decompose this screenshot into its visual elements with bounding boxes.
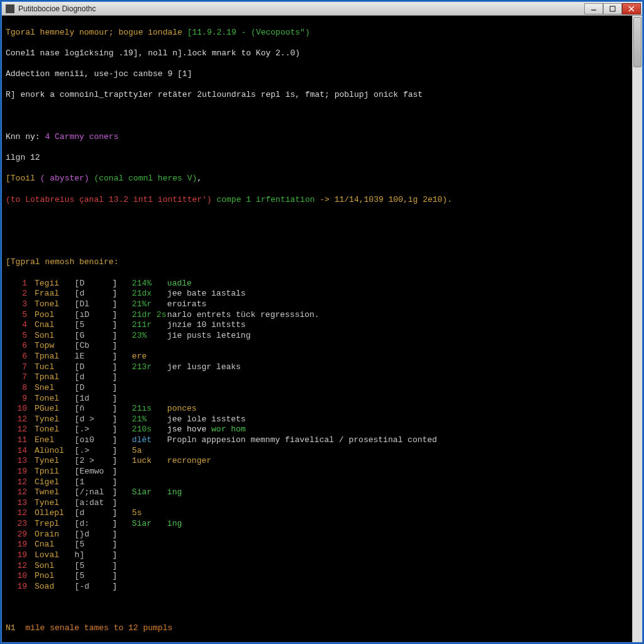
table-row: 2Fraal [d] 21dxjee bate iastals	[6, 289, 638, 299]
table-row: 5Pool [ıD] 21dr 2snarlo entrets tück reg…	[6, 310, 638, 321]
table-row: 29Orain [}d]	[6, 530, 638, 540]
table-row: 6Topw [Cb]	[6, 341, 638, 352]
table-row: 14Alünol [.>] 5a	[6, 446, 638, 457]
table-row: 12Cîgel [1]	[6, 477, 638, 488]
table-row: 1Tegii [D] 214%uadle	[6, 279, 638, 289]
terminal-body[interactable]: Tgoral hemnely nomour; bogue iondale [11…	[2, 16, 642, 642]
table-row: 5Sonl [G] 23%jie pusts leteing	[6, 331, 638, 341]
app-icon	[6, 4, 14, 13]
table-row: 4Cnal [5] 211rjnzie 10 intstts	[6, 320, 638, 331]
titlebar[interactable]: Putitobocioe Diognothc	[2, 2, 642, 16]
header-line: Conel1 nase logîcksing .19], noll n].loc…	[6, 48, 638, 59]
svg-rect-1	[610, 6, 615, 11]
scrollbar-thumb[interactable]	[633, 17, 641, 67]
table-row: 12Twnel [/;nal] Siaring	[6, 487, 638, 498]
table-row: 19Cnal [5]	[6, 540, 638, 550]
table-row: 19Tpnil [Eemwo]	[6, 467, 638, 477]
section-header: [Tgpral nemosh benoire:	[6, 257, 638, 268]
table-row: 12Sonl [5]	[6, 561, 638, 572]
table-row: 10Pnol [5]	[6, 571, 638, 582]
table-row: 13Tynel [a:dat]	[6, 498, 638, 509]
table-row: 7Tucl [D] 213rjer lusgr leaks	[6, 362, 638, 373]
table-row: 7Tpnal [d]	[6, 372, 638, 383]
table-row: 3Tonel [Dl] 21%reroirats	[6, 299, 638, 310]
mid-header: mile senale tames to 12 pumpls	[25, 623, 172, 633]
table-row: 12Tonel [.>] 210sjse hove wor hom	[6, 425, 638, 435]
process-table: 1Tegii [D] 214%uadle2Fraal [d] 21dxjee b…	[6, 279, 638, 592]
table-row: 12Tynel [d >] 21%jee lole isstets	[6, 414, 638, 425]
minimize-button[interactable]	[584, 3, 603, 14]
table-row: 10PGuel [ñ] 21ısponces	[6, 404, 638, 414]
table-row: 23Trepl [d:] Siaring	[6, 519, 638, 530]
table-row: 13Tynel [2 >] 1uckrecronger	[6, 456, 638, 467]
maximize-button[interactable]	[603, 3, 622, 14]
scrollbar[interactable]	[632, 16, 642, 642]
table-row: 19Loval h]]	[6, 550, 638, 561]
window-title: Putitobocioe Diognothc	[18, 4, 584, 13]
header-line: Tgoral hemnely nomour; bogue iondale	[6, 28, 182, 37]
table-row: 19Soad [-d]	[6, 582, 638, 592]
table-row: 12Ollepl [d] 5s	[6, 508, 638, 519]
close-button[interactable]	[622, 3, 641, 14]
terminal-window: Putitobocioe Diognothc Tgoral hemnely no…	[1, 1, 643, 643]
table-row: 6Tpnal lE] ere	[6, 352, 638, 362]
table-row: 8Snel [D]	[6, 383, 638, 394]
table-row: 9Tonel [1d]	[6, 394, 638, 404]
table-row: 11Enel [oı0] dlētPropln apppesion memnmy…	[6, 435, 638, 446]
